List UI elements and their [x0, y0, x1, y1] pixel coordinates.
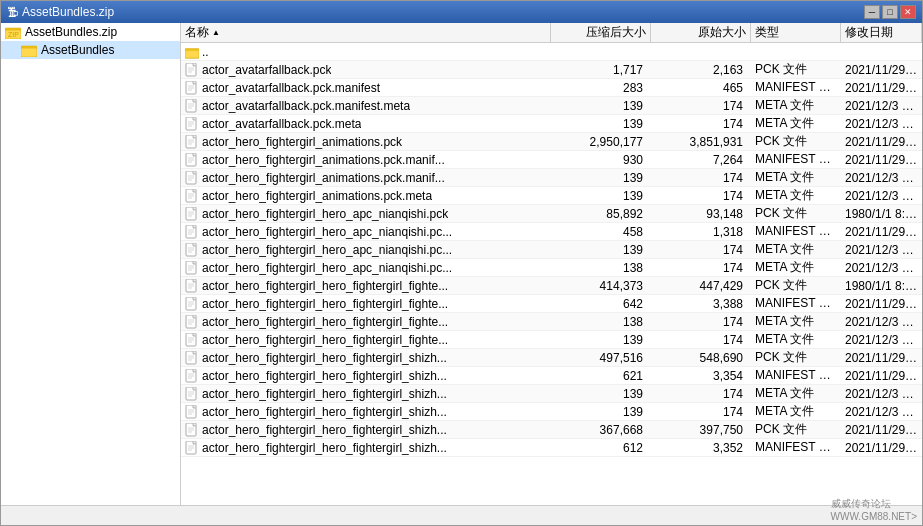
file-name: actor_hero_fightergirl_hero_fightergirl_…	[202, 315, 448, 329]
table-row[interactable]: actor_hero_fightergirl_animations.pck.ma…	[181, 151, 922, 169]
sidebar-item-assetbundles[interactable]: AssetBundles	[1, 41, 180, 59]
cell-date: 2021/11/29 19:00:4	[841, 296, 922, 312]
left-panel: ZIP AssetBundles.zip AssetBundles	[1, 23, 181, 505]
file-icon	[185, 423, 199, 437]
cell-type: MANIFEST 文...	[751, 294, 841, 313]
table-row[interactable]: actor_avatarfallback.pck.manifest.meta 1…	[181, 97, 922, 115]
file-name: actor_hero_fightergirl_hero_apc_nianqish…	[202, 243, 452, 257]
cell-type: META 文件	[751, 258, 841, 277]
table-row[interactable]: actor_avatarfallback.pck 1,717 2,163 PCK…	[181, 61, 922, 79]
cell-compressed: 85,892	[551, 206, 651, 222]
table-row[interactable]: actor_avatarfallback.pck.meta 139 174 ME…	[181, 115, 922, 133]
cell-original: 174	[651, 404, 751, 420]
main-window: 🗜 AssetBundles.zip ─ □ ✕ ZIP AssetBundle…	[0, 0, 923, 526]
close-button[interactable]: ✕	[900, 5, 916, 19]
table-row[interactable]: actor_hero_fightergirl_hero_fightergirl_…	[181, 367, 922, 385]
cell-compressed: 458	[551, 224, 651, 240]
table-row[interactable]: actor_avatarfallback.pck.manifest 283 46…	[181, 79, 922, 97]
cell-name: actor_hero_fightergirl_hero_apc_nianqish…	[181, 206, 551, 222]
cell-date: 1980/1/1 8:00:00	[841, 278, 922, 294]
file-icon	[185, 117, 199, 131]
table-row[interactable]: actor_hero_fightergirl_hero_fightergirl_…	[181, 403, 922, 421]
cell-date: 2021/11/29 19:00:4	[841, 440, 922, 456]
col-header-original[interactable]: 原始大小	[651, 23, 751, 42]
table-row[interactable]: actor_hero_fightergirl_hero_fightergirl_…	[181, 277, 922, 295]
table-row[interactable]: actor_hero_fightergirl_hero_apc_nianqish…	[181, 205, 922, 223]
cell-date: 2021/12/3 20:45:17	[841, 314, 922, 330]
table-row[interactable]: actor_hero_fightergirl_animations.pck.me…	[181, 187, 922, 205]
file-name: actor_hero_fightergirl_hero_apc_nianqish…	[202, 225, 452, 239]
cell-type: MANIFEST 文...	[751, 366, 841, 385]
cell-original: 174	[651, 260, 751, 276]
cell-original: 3,388	[651, 296, 751, 312]
file-name: actor_hero_fightergirl_hero_fightergirl_…	[202, 441, 447, 455]
cell-type: META 文件	[751, 168, 841, 187]
col-header-date[interactable]: 修改日期	[841, 23, 922, 42]
table-row[interactable]: actor_hero_fightergirl_animations.pck 2,…	[181, 133, 922, 151]
table-row[interactable]: actor_hero_fightergirl_hero_fightergirl_…	[181, 421, 922, 439]
file-icon	[185, 369, 199, 383]
table-row[interactable]: actor_hero_fightergirl_hero_fightergirl_…	[181, 331, 922, 349]
cell-original: 1,318	[651, 224, 751, 240]
cell-original: 397,750	[651, 422, 751, 438]
cell-type: META 文件	[751, 312, 841, 331]
cell-type: PCK 文件	[751, 276, 841, 295]
cell-original: 3,851,931	[651, 134, 751, 150]
cell-name: actor_hero_fightergirl_animations.pck	[181, 134, 551, 150]
cell-compressed: 367,668	[551, 422, 651, 438]
window-title: AssetBundles.zip	[22, 5, 864, 19]
cell-name: actor_hero_fightergirl_hero_apc_nianqish…	[181, 242, 551, 258]
table-row[interactable]: actor_hero_fightergirl_hero_apc_nianqish…	[181, 259, 922, 277]
cell-date: 2021/11/29 19:00:4	[841, 224, 922, 240]
minimize-button[interactable]: ─	[864, 5, 880, 19]
cell-type: PCK 文件	[751, 60, 841, 79]
cell-date: 2021/12/3 20:45:40	[841, 170, 922, 186]
table-row[interactable]: actor_hero_fightergirl_hero_apc_nianqish…	[181, 223, 922, 241]
cell-original: 93,148	[651, 206, 751, 222]
table-row[interactable]: ..	[181, 43, 922, 61]
col-header-type[interactable]: 类型	[751, 23, 841, 42]
file-icon	[185, 351, 199, 365]
cell-date: 2021/12/3 20:45:25	[841, 386, 922, 402]
file-icon	[185, 63, 199, 77]
folder-item-label: AssetBundles	[41, 43, 114, 57]
cell-type: META 文件	[751, 402, 841, 421]
cell-date: 2021/12/3 20:44:52	[841, 260, 922, 276]
table-row[interactable]: actor_hero_fightergirl_hero_fightergirl_…	[181, 349, 922, 367]
cell-type	[751, 51, 841, 53]
cell-type: PCK 文件	[751, 348, 841, 367]
file-icon	[185, 297, 199, 311]
cell-original: 3,352	[651, 440, 751, 456]
file-name: actor_avatarfallback.pck.manifest	[202, 81, 380, 95]
file-name: actor_hero_fightergirl_animations.pck.ma…	[202, 153, 445, 167]
cell-type: MANIFEST 文...	[751, 222, 841, 241]
cell-name: actor_hero_fightergirl_hero_apc_nianqish…	[181, 224, 551, 240]
cell-name: actor_avatarfallback.pck.meta	[181, 116, 551, 132]
cell-original: 7,264	[651, 152, 751, 168]
cell-type: PCK 文件	[751, 204, 841, 223]
sidebar-item-zip[interactable]: ZIP AssetBundles.zip	[1, 23, 180, 41]
file-list[interactable]: .. actor_avatarfallback.pck 1,717 2,163 …	[181, 43, 922, 505]
file-icon	[185, 405, 199, 419]
cell-original: 174	[651, 188, 751, 204]
table-row[interactable]: actor_hero_fightergirl_hero_fightergirl_…	[181, 313, 922, 331]
table-row[interactable]: actor_hero_fightergirl_hero_fightergirl_…	[181, 295, 922, 313]
table-row[interactable]: actor_hero_fightergirl_animations.pck.ma…	[181, 169, 922, 187]
file-icon	[185, 279, 199, 293]
cell-date: 2021/11/29 19:00:4	[841, 350, 922, 366]
table-row[interactable]: actor_hero_fightergirl_hero_apc_nianqish…	[181, 241, 922, 259]
col-header-name[interactable]: 名称 ▲	[181, 23, 551, 42]
cell-type: META 文件	[751, 186, 841, 205]
file-name: actor_hero_fightergirl_hero_fightergirl_…	[202, 279, 448, 293]
table-row[interactable]: actor_hero_fightergirl_hero_fightergirl_…	[181, 439, 922, 457]
cell-name: actor_avatarfallback.pck.manifest.meta	[181, 98, 551, 114]
col-header-compressed[interactable]: 压缩后大小	[551, 23, 651, 42]
table-row[interactable]: actor_hero_fightergirl_hero_fightergirl_…	[181, 385, 922, 403]
file-name: actor_hero_fightergirl_hero_fightergirl_…	[202, 387, 447, 401]
cell-original: 174	[651, 98, 751, 114]
maximize-button[interactable]: □	[882, 5, 898, 19]
file-name: actor_hero_fightergirl_animations.pck	[202, 135, 402, 149]
cell-compressed: 2,950,177	[551, 134, 651, 150]
column-header: 名称 ▲ 压缩后大小 原始大小 类型 修改日期	[181, 23, 922, 43]
title-bar-buttons: ─ □ ✕	[864, 5, 916, 19]
